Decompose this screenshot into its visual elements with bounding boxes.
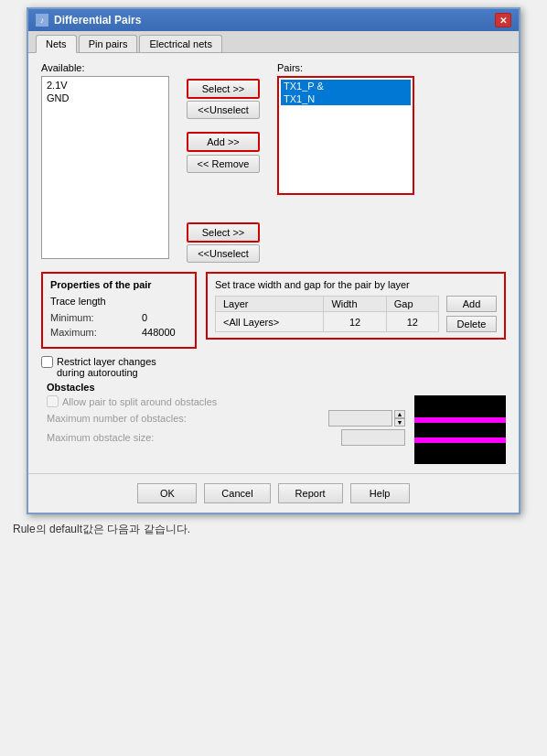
properties-panel: Properties of the pair Trace length Mini…: [41, 272, 197, 349]
allow-obstacles-label: Allow pair to split around obstacles: [62, 396, 217, 407]
spin-down-button[interactable]: ▼: [394, 418, 405, 427]
bottom-button-group: Select >> <<Unselect: [187, 222, 260, 263]
nets-section: Available: 2.1V GND Select >> <<Unselect…: [41, 62, 506, 263]
trace-table-wrap: Layer Width Gap <All Layers> 12 12: [215, 296, 497, 332]
gap-value: 12: [386, 312, 438, 332]
obstacles-section: Obstacles Allow pair to split around obs…: [47, 382, 506, 464]
pairs-list[interactable]: TX1_P & TX1_N: [277, 76, 414, 195]
pairs-label: Pairs:: [277, 62, 506, 73]
spin-buttons: ▲ ▼: [394, 410, 405, 427]
max-number-spinner: ▲ ▼: [328, 410, 405, 427]
available-panel: Available: 2.1V GND: [41, 62, 169, 263]
obstacles-title: Obstacles: [47, 382, 506, 393]
dialog-footer: OK Cancel Report Help: [28, 473, 519, 513]
pairs-item[interactable]: TX1_P &: [281, 80, 411, 92]
max-number-input[interactable]: [328, 410, 392, 427]
close-button[interactable]: ✕: [495, 13, 511, 27]
remove-button[interactable]: << Remove: [187, 155, 260, 173]
max-size-input[interactable]: [341, 429, 405, 446]
allow-obstacle-row: Allow pair to split around obstacles: [47, 395, 405, 407]
select-bottom-button[interactable]: Select >>: [187, 222, 260, 243]
col-gap: Gap: [386, 297, 438, 312]
select-top-button[interactable]: Select >>: [187, 79, 260, 99]
maximum-row: Maximum: 448000: [50, 327, 188, 338]
properties-box: Properties of the pair Trace length Mini…: [41, 272, 197, 349]
obstacles-content: Allow pair to split around obstacles Max…: [47, 395, 506, 464]
report-button[interactable]: Report: [278, 483, 343, 503]
list-item[interactable]: GND: [44, 92, 166, 104]
middle-buttons: Select >> <<Unselect Add >> << Remove Se…: [173, 62, 274, 263]
tab-nets[interactable]: Nets: [36, 35, 77, 53]
add-button[interactable]: Add >>: [187, 132, 260, 152]
restrict-row: Restrict layer changesduring autorouting: [41, 356, 506, 378]
max-size-row: Maximum obstacle size:: [47, 429, 405, 446]
trace-title: Set trace width and gap for the pair by …: [215, 279, 497, 290]
preview-spacer: [414, 427, 506, 434]
cancel-button[interactable]: Cancel: [204, 483, 270, 503]
table-row: <All Layers> 12 12: [216, 312, 439, 332]
window-icon: ♪: [36, 14, 48, 27]
korean-note: Rule의 default값은 다음과 같습니다.: [13, 522, 534, 537]
pairs-panel: Pairs: TX1_P & TX1_N: [277, 62, 506, 263]
available-label: Available:: [41, 62, 169, 73]
col-width: Width: [324, 297, 386, 312]
trace-box: Set trace width and gap for the pair by …: [206, 272, 506, 340]
preview-line-top: [414, 417, 506, 423]
trace-delete-button[interactable]: Delete: [446, 316, 497, 332]
pairs-item[interactable]: TX1_N: [281, 92, 411, 105]
available-list[interactable]: 2.1V GND: [41, 76, 169, 259]
max-number-label: Maximum number of obstacles:: [47, 413, 187, 424]
minimum-label: Minimum:: [50, 312, 94, 323]
preview-line-bottom: [414, 437, 506, 443]
tab-pin-pairs[interactable]: Pin pairs: [79, 35, 138, 52]
width-value: 12: [324, 312, 386, 332]
properties-title: Properties of the pair: [50, 279, 188, 290]
max-size-label: Maximum obstacle size:: [47, 432, 154, 443]
tab-electrical-nets[interactable]: Electrical nets: [139, 35, 221, 52]
trace-table: Layer Width Gap <All Layers> 12 12: [215, 296, 439, 332]
unselect-top-button[interactable]: <<Unselect: [187, 101, 260, 119]
title-bar: ♪ Differential Pairs ✕: [28, 9, 519, 31]
layer-value: <All Layers>: [216, 312, 324, 332]
restrict-label: Restrict layer changesduring autorouting: [57, 356, 156, 378]
allow-obstacles-checkbox[interactable]: [47, 395, 59, 407]
minimum-value: 0: [142, 312, 188, 323]
top-button-group: Select >> <<Unselect: [187, 79, 260, 119]
trace-add-button[interactable]: Add: [446, 296, 497, 312]
main-content: Available: 2.1V GND Select >> <<Unselect…: [28, 53, 519, 473]
help-button[interactable]: Help: [350, 483, 410, 503]
tab-bar: Nets Pin pairs Electrical nets: [28, 31, 519, 53]
restrict-checkbox[interactable]: [41, 356, 53, 368]
col-layer: Layer: [216, 297, 324, 312]
trace-length-label: Trace length: [50, 296, 188, 307]
trace-panel: Set trace width and gap for the pair by …: [206, 272, 506, 349]
max-number-row: Maximum number of obstacles: ▲ ▼: [47, 410, 405, 427]
dialog-window: ♪ Differential Pairs ✕ Nets Pin pairs El…: [27, 7, 520, 514]
minimum-row: Minimum: 0: [50, 312, 188, 323]
window-title: Differential Pairs: [54, 14, 141, 27]
maximum-label: Maximum:: [50, 327, 97, 338]
checkbox-area: Restrict layer changesduring autorouting…: [41, 356, 506, 464]
maximum-value: 448000: [142, 327, 188, 338]
title-bar-left: ♪ Differential Pairs: [36, 14, 141, 27]
list-item[interactable]: 2.1V: [44, 79, 166, 92]
preview-box: [414, 395, 506, 464]
trace-buttons: Add Delete: [446, 296, 497, 332]
obstacles-left: Allow pair to split around obstacles Max…: [47, 395, 405, 448]
ok-button[interactable]: OK: [137, 483, 197, 503]
properties-section: Properties of the pair Trace length Mini…: [41, 272, 506, 349]
spin-up-button[interactable]: ▲: [394, 410, 405, 418]
unselect-bottom-button[interactable]: <<Unselect: [187, 244, 260, 263]
